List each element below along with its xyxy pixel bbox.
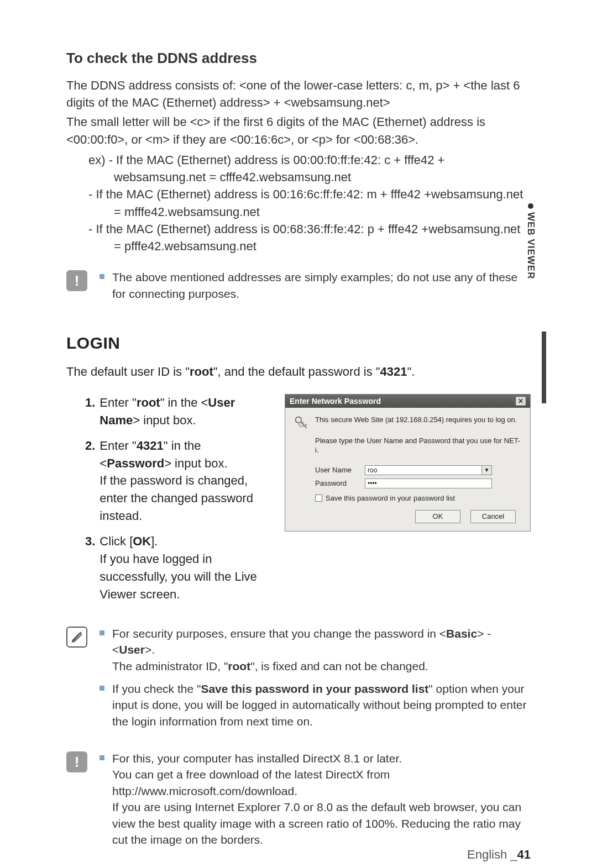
step-bold: root: [137, 396, 160, 409]
note-text-1: For security purposes, ensure that you c…: [112, 625, 531, 674]
login-steps: 1. Enter "root" in the <User Name> input…: [66, 394, 270, 611]
step-text: " in the <: [160, 396, 208, 409]
side-bar-marker: [542, 332, 546, 403]
warning-icon: !: [66, 270, 87, 291]
step-text: Enter ": [100, 396, 137, 409]
login-intro-text: ", and the default password is ": [213, 365, 380, 378]
username-input[interactable]: roo: [365, 465, 482, 475]
ddns-examples: ex) - If the MAC (Ethernet) address is 0…: [66, 151, 531, 255]
login-note: For security purposes, ensure that you c…: [66, 625, 531, 736]
login-intro-pw: 4321: [380, 365, 407, 378]
keys-icon: [294, 415, 310, 431]
note-text-2: If you check the "Save this password in …: [112, 681, 531, 729]
login-step-1: 1. Enter "root" in the <User Name> input…: [85, 394, 270, 429]
ddns-example-2: - If the MAC (Ethernet) address is 00:16…: [88, 186, 531, 220]
step-continuation: If you have logged in successfully, you …: [100, 550, 270, 603]
step-text: > input box.: [133, 413, 196, 427]
note-icon: [66, 627, 87, 648]
dialog-titlebar: Enter Network Password ✕: [285, 394, 530, 408]
side-tab-label: WEB VIEWER: [525, 212, 536, 279]
username-label: User Name: [315, 466, 359, 474]
side-tab: WEB VIEWER: [525, 203, 536, 279]
dialog-title-text: Enter Network Password: [290, 397, 381, 406]
ddns-heading: To check the DDNS address: [66, 50, 531, 67]
ddns-warning-text: The above mentioned addresses are simply…: [112, 269, 531, 302]
login-intro: The default user ID is "root", and the d…: [66, 364, 531, 381]
ddns-paragraph-2: The small letter will be <c> if the firs…: [66, 113, 531, 148]
dialog-message: This secure Web Site (at 192.168.0.254) …: [315, 415, 521, 425]
step-text: > input box.: [164, 456, 227, 470]
close-icon[interactable]: ✕: [516, 397, 526, 406]
step-text: Click [: [100, 534, 133, 548]
square-bullet-icon: [100, 755, 104, 760]
step-continuation: If the password is changed, enter the ch…: [100, 472, 270, 525]
chevron-down-icon[interactable]: ▼: [482, 465, 492, 475]
step-bold: OK: [133, 534, 151, 548]
login-step-2: 2. Enter "4321" in the <Password> input …: [85, 437, 270, 525]
square-bullet-icon: [100, 630, 104, 635]
warning-icon: !: [66, 751, 87, 772]
save-password-label: Save this password in your password list: [326, 494, 455, 502]
ddns-paragraph-1: The DDNS address consists of: <one of th…: [66, 77, 531, 111]
square-bullet-icon: [100, 274, 104, 279]
page-footer: English _41: [467, 848, 531, 862]
step-bold: 4321: [137, 439, 164, 453]
ddns-example-1: ex) - If the MAC (Ethernet) address is 0…: [66, 151, 531, 186]
ddns-example-3: - If the MAC (Ethernet) address is 00:68…: [88, 220, 531, 255]
login-step-3: 3. Click [OK]. If you have logged in suc…: [85, 533, 270, 603]
step-text: ].: [151, 534, 158, 548]
save-password-checkbox[interactable]: [315, 495, 322, 502]
step-number: 2.: [85, 437, 95, 525]
svg-line-4: [72, 632, 82, 642]
step-bold: Password: [107, 456, 164, 470]
login-warning: ! For this, your computer has installed …: [66, 750, 531, 854]
ddns-warning: ! The above mentioned addresses are simp…: [66, 269, 531, 308]
login-intro-text: The default user ID is ": [66, 365, 190, 378]
bullet-icon: [528, 203, 533, 209]
svg-line-2: [305, 424, 307, 427]
footer-language: English _: [467, 848, 517, 861]
login-intro-text: ".: [407, 365, 415, 378]
dialog-subtext: Please type the User Name and Password t…: [315, 436, 521, 455]
password-label: Password: [315, 479, 359, 487]
square-bullet-icon: [100, 686, 104, 691]
step-number: 1.: [85, 394, 95, 429]
ok-button[interactable]: OK: [415, 510, 460, 523]
step-text: Enter ": [100, 439, 137, 453]
footer-page-number: 41: [517, 848, 531, 861]
login-intro-root: root: [190, 365, 213, 378]
login-heading: LOGIN: [66, 334, 531, 353]
cancel-button[interactable]: Cancel: [470, 510, 516, 523]
password-input[interactable]: ••••: [365, 478, 492, 488]
password-dialog: Enter Network Password ✕ This secure Web…: [285, 394, 531, 532]
login-warning-text: For this, your computer has installed Di…: [112, 750, 531, 848]
step-number: 3.: [85, 533, 95, 603]
